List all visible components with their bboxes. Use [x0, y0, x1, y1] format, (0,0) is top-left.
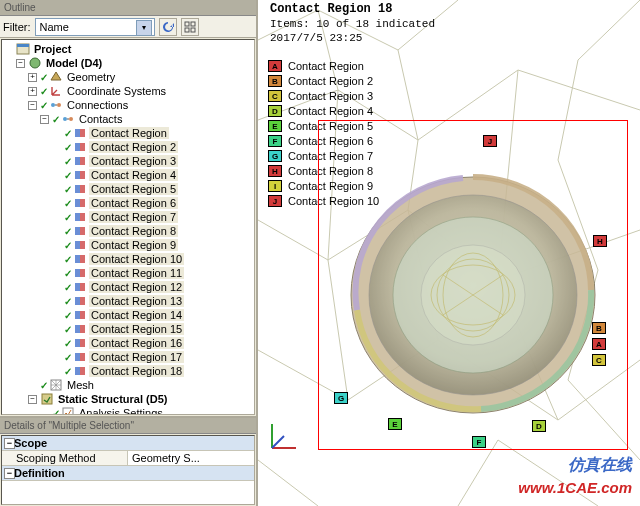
- contact-region-icon: [73, 126, 87, 140]
- left-column: Outline Filter: Name Project−Model (D4)+…: [0, 0, 258, 506]
- tree-contact-region[interactable]: ✓Contact Region 8: [4, 224, 252, 238]
- details-table[interactable]: Scope Scoping Method Geometry S... Defin…: [1, 435, 255, 505]
- check-icon: ✓: [64, 240, 72, 251]
- tree-contact-region[interactable]: ✓Contact Region 16: [4, 336, 252, 350]
- check-icon: ✓: [52, 114, 60, 125]
- svg-point-10: [63, 117, 67, 121]
- refresh-icon: [161, 20, 175, 34]
- tree-contact-region[interactable]: ✓Contact Region 6: [4, 196, 252, 210]
- svg-rect-32: [80, 255, 85, 263]
- tree-geometry[interactable]: +✓Geometry: [4, 70, 252, 84]
- svg-rect-3: [191, 28, 195, 32]
- legend-tag: J: [268, 195, 282, 207]
- contact-region-icon: [73, 154, 87, 168]
- tree-label: Project: [32, 43, 73, 55]
- svg-rect-20: [80, 171, 85, 179]
- details-val-scoping[interactable]: Geometry S...: [128, 451, 254, 465]
- svg-rect-26: [80, 213, 85, 221]
- svg-rect-45: [75, 353, 80, 361]
- contact-region-icon: [73, 182, 87, 196]
- tree-expander[interactable]: −: [28, 101, 37, 110]
- graphics-viewport[interactable]: Contact Region 18 Items: 10 of 18 indica…: [258, 0, 640, 506]
- tree-static[interactable]: −Static Structural (D5): [4, 392, 252, 406]
- svg-rect-41: [75, 325, 80, 333]
- viewport-timestamp: 2017/7/5 23:25: [270, 32, 362, 44]
- tree-contact-region[interactable]: ✓Contact Region 17: [4, 350, 252, 364]
- tree-contact-region[interactable]: ✓Contact Region 14: [4, 308, 252, 322]
- legend-tag: B: [268, 75, 282, 87]
- tree-label: Model (D4): [44, 57, 104, 69]
- tree-contact-region[interactable]: ✓Contact Region 13: [4, 294, 252, 308]
- analysis-icon: [61, 406, 75, 415]
- contact-region-icon: [73, 364, 87, 378]
- view-triad[interactable]: [264, 416, 304, 456]
- details-pane: Details of "Multiple Selection" Scope Sc…: [0, 416, 256, 506]
- tree-label: Contact Region 15: [89, 323, 184, 335]
- svg-point-11: [69, 117, 73, 121]
- tree-contact-region[interactable]: ✓Contact Region 5: [4, 182, 252, 196]
- static-icon: [40, 392, 54, 406]
- svg-rect-31: [75, 255, 80, 263]
- tree-contact-region[interactable]: ✓Contact Region 12: [4, 280, 252, 294]
- tree-label: Contacts: [77, 113, 124, 125]
- callout-tag: F: [472, 436, 486, 448]
- tree-contact-region[interactable]: ✓Contact Region 4: [4, 168, 252, 182]
- filter-refresh-button[interactable]: [159, 18, 177, 36]
- tree-label: Analysis Settings: [77, 407, 165, 415]
- check-icon: ✓: [64, 352, 72, 363]
- callout-tag: D: [532, 420, 546, 432]
- tree-contact-region[interactable]: ✓Contact Region 10: [4, 252, 252, 266]
- check-icon: ✓: [40, 100, 48, 111]
- svg-rect-51: [63, 408, 73, 415]
- tree-coord[interactable]: +✓Coordinate Systems: [4, 84, 252, 98]
- tree-model[interactable]: −Model (D4): [4, 56, 252, 70]
- tree-contact-region[interactable]: ✓Contact Region: [4, 126, 252, 140]
- legend-tag: A: [268, 60, 282, 72]
- svg-rect-18: [80, 157, 85, 165]
- svg-rect-42: [80, 325, 85, 333]
- tree-contact-region[interactable]: ✓Contact Region 18: [4, 364, 252, 378]
- tree-contact-region[interactable]: ✓Contact Region 3: [4, 154, 252, 168]
- filter-select[interactable]: Name: [35, 18, 155, 36]
- tree-contacts[interactable]: −✓Contacts: [4, 112, 252, 126]
- tree-connections[interactable]: −✓Connections: [4, 98, 252, 112]
- legend-tag: H: [268, 165, 282, 177]
- tree-expander[interactable]: −: [16, 59, 25, 68]
- filter-expand-button[interactable]: [181, 18, 199, 36]
- connections-icon: [49, 98, 63, 112]
- tree-mesh[interactable]: ✓Mesh: [4, 378, 252, 392]
- details-cat-definition[interactable]: Definition: [2, 466, 254, 480]
- tree-label: Contact Region 18: [89, 365, 184, 377]
- tree-expander[interactable]: −: [28, 395, 37, 404]
- callout-tag: A: [592, 338, 606, 350]
- svg-rect-23: [75, 199, 80, 207]
- outline-tree[interactable]: Project−Model (D4)+✓Geometry+✓Coordinate…: [1, 39, 255, 415]
- viewport-title: Contact Region 18: [270, 2, 392, 16]
- svg-rect-24: [80, 199, 85, 207]
- tree-contact-region[interactable]: ✓Contact Region 7: [4, 210, 252, 224]
- svg-rect-14: [80, 129, 85, 137]
- svg-rect-2: [185, 28, 189, 32]
- check-icon: ✓: [64, 296, 72, 307]
- tree-contact-region[interactable]: ✓Contact Region 2: [4, 140, 252, 154]
- details-cat-scope[interactable]: Scope: [2, 436, 254, 450]
- tree-expander[interactable]: +: [28, 87, 37, 96]
- svg-rect-5: [17, 44, 29, 47]
- svg-line-64: [272, 436, 284, 448]
- tree-analysis[interactable]: ✓Analysis Settings: [4, 406, 252, 415]
- watermark-line1: 仿真在线: [568, 455, 632, 476]
- legend-row: CContact Region 3: [268, 90, 379, 102]
- svg-rect-0: [185, 22, 189, 26]
- tree-project[interactable]: Project: [4, 42, 252, 56]
- check-icon: ✓: [52, 408, 60, 416]
- svg-rect-43: [75, 339, 80, 347]
- callout-tag: C: [592, 354, 606, 366]
- tree-contact-region[interactable]: ✓Contact Region 11: [4, 266, 252, 280]
- tree-contact-region[interactable]: ✓Contact Region 15: [4, 322, 252, 336]
- tree-expander[interactable]: +: [28, 73, 37, 82]
- callout-tag: E: [388, 418, 402, 430]
- svg-rect-46: [80, 353, 85, 361]
- tree-contact-region[interactable]: ✓Contact Region 9: [4, 238, 252, 252]
- tree-expander[interactable]: −: [40, 115, 49, 124]
- check-icon: ✓: [64, 324, 72, 335]
